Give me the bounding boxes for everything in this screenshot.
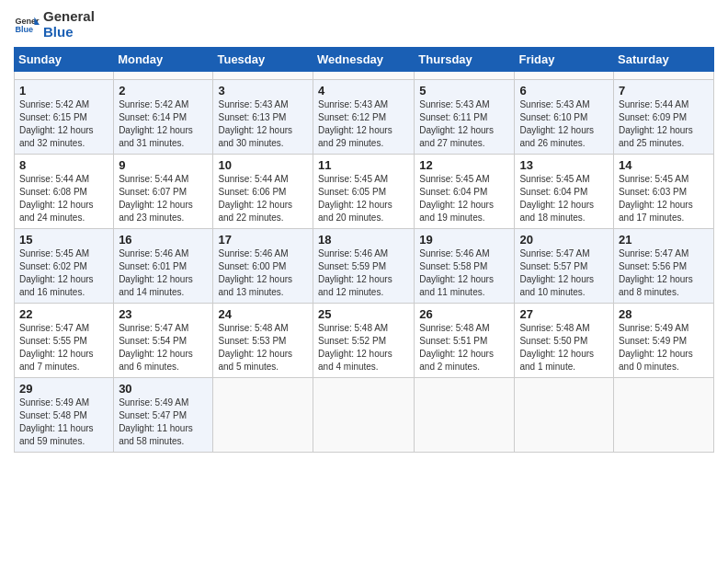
day-number: 3 bbox=[218, 84, 308, 98]
table-row: 19Sunrise: 5:46 AMSunset: 5:58 PMDayligh… bbox=[415, 229, 515, 304]
day-number: 13 bbox=[519, 158, 609, 172]
day-number: 2 bbox=[119, 84, 208, 98]
day-number: 12 bbox=[419, 158, 509, 172]
day-number: 30 bbox=[119, 382, 208, 396]
table-row: 14Sunrise: 5:45 AMSunset: 6:03 PMDayligh… bbox=[614, 155, 714, 229]
day-number: 1 bbox=[19, 84, 108, 98]
day-info: Sunrise: 5:47 AMSunset: 5:55 PMDaylight:… bbox=[19, 322, 108, 373]
table-row bbox=[614, 378, 714, 453]
day-info: Sunrise: 5:46 AMSunset: 6:00 PMDaylight:… bbox=[218, 247, 308, 299]
table-row: 12Sunrise: 5:45 AMSunset: 6:04 PMDayligh… bbox=[415, 155, 515, 229]
table-row: 20Sunrise: 5:47 AMSunset: 5:57 PMDayligh… bbox=[515, 229, 614, 304]
day-info: Sunrise: 5:45 AMSunset: 6:04 PMDaylight:… bbox=[519, 173, 609, 224]
day-number: 10 bbox=[218, 158, 308, 172]
day-info: Sunrise: 5:45 AMSunset: 6:03 PMDaylight:… bbox=[619, 173, 709, 224]
day-info: Sunrise: 5:42 AMSunset: 6:14 PMDaylight:… bbox=[119, 98, 208, 150]
calendar-row: 29Sunrise: 5:49 AMSunset: 5:48 PMDayligh… bbox=[15, 378, 714, 453]
day-info: Sunrise: 5:42 AMSunset: 6:15 PMDaylight:… bbox=[19, 98, 108, 150]
day-number: 14 bbox=[619, 158, 709, 172]
day-number: 21 bbox=[619, 233, 709, 247]
day-info: Sunrise: 5:45 AMSunset: 6:02 PMDaylight:… bbox=[19, 247, 108, 299]
table-row: 30Sunrise: 5:49 AMSunset: 5:47 PMDayligh… bbox=[114, 378, 213, 453]
logo: General Blue General Blue bbox=[14, 9, 95, 40]
table-row bbox=[415, 72, 515, 80]
logo-icon: General Blue bbox=[14, 12, 40, 38]
calendar-row bbox=[15, 72, 714, 80]
logo-line1: General bbox=[43, 9, 95, 25]
day-info: Sunrise: 5:44 AMSunset: 6:09 PMDaylight:… bbox=[619, 98, 709, 150]
table-row: 2Sunrise: 5:42 AMSunset: 6:14 PMDaylight… bbox=[114, 80, 213, 155]
table-row bbox=[114, 72, 213, 80]
table-row: 24Sunrise: 5:48 AMSunset: 5:53 PMDayligh… bbox=[213, 304, 313, 378]
day-info: Sunrise: 5:48 AMSunset: 5:52 PMDaylight:… bbox=[318, 322, 409, 373]
table-row: 5Sunrise: 5:43 AMSunset: 6:11 PMDaylight… bbox=[415, 80, 515, 155]
day-info: Sunrise: 5:49 AMSunset: 5:47 PMDaylight:… bbox=[119, 396, 208, 448]
day-info: Sunrise: 5:43 AMSunset: 6:10 PMDaylight:… bbox=[519, 98, 609, 150]
header: General Blue General Blue bbox=[14, 9, 714, 40]
day-number: 16 bbox=[119, 233, 208, 247]
table-row: 23Sunrise: 5:47 AMSunset: 5:54 PMDayligh… bbox=[114, 304, 213, 378]
day-number: 20 bbox=[519, 233, 609, 247]
day-number: 22 bbox=[19, 307, 108, 321]
day-number: 5 bbox=[419, 84, 509, 98]
day-info: Sunrise: 5:45 AMSunset: 6:04 PMDaylight:… bbox=[419, 173, 509, 224]
table-row bbox=[614, 72, 714, 80]
table-row: 21Sunrise: 5:47 AMSunset: 5:56 PMDayligh… bbox=[614, 229, 714, 304]
table-row: 6Sunrise: 5:43 AMSunset: 6:10 PMDaylight… bbox=[515, 80, 614, 155]
table-row: 10Sunrise: 5:44 AMSunset: 6:06 PMDayligh… bbox=[213, 155, 313, 229]
day-info: Sunrise: 5:46 AMSunset: 5:59 PMDaylight:… bbox=[318, 247, 409, 299]
calendar-row: 15Sunrise: 5:45 AMSunset: 6:02 PMDayligh… bbox=[15, 229, 714, 304]
day-info: Sunrise: 5:49 AMSunset: 5:48 PMDaylight:… bbox=[19, 396, 108, 448]
table-row: 1Sunrise: 5:42 AMSunset: 6:15 PMDaylight… bbox=[15, 80, 114, 155]
table-row: 3Sunrise: 5:43 AMSunset: 6:13 PMDaylight… bbox=[213, 80, 313, 155]
table-row bbox=[15, 72, 114, 80]
table-row bbox=[515, 378, 614, 453]
page: General Blue General Blue Sunday Monday … bbox=[0, 0, 728, 563]
table-row: 25Sunrise: 5:48 AMSunset: 5:52 PMDayligh… bbox=[313, 304, 415, 378]
day-number: 9 bbox=[119, 158, 208, 172]
day-number: 25 bbox=[318, 307, 409, 321]
day-number: 6 bbox=[519, 84, 609, 98]
col-friday: Friday bbox=[515, 48, 614, 72]
day-info: Sunrise: 5:43 AMSunset: 6:13 PMDaylight:… bbox=[218, 98, 308, 150]
table-row: 9Sunrise: 5:44 AMSunset: 6:07 PMDaylight… bbox=[114, 155, 213, 229]
table-row bbox=[515, 72, 614, 80]
day-number: 23 bbox=[119, 307, 208, 321]
col-wednesday: Wednesday bbox=[313, 48, 415, 72]
day-info: Sunrise: 5:45 AMSunset: 6:05 PMDaylight:… bbox=[318, 173, 409, 224]
table-row bbox=[313, 72, 415, 80]
day-info: Sunrise: 5:47 AMSunset: 5:54 PMDaylight:… bbox=[119, 322, 208, 373]
table-row: 8Sunrise: 5:44 AMSunset: 6:08 PMDaylight… bbox=[15, 155, 114, 229]
day-number: 7 bbox=[619, 84, 709, 98]
day-number: 28 bbox=[619, 307, 709, 321]
table-row: 28Sunrise: 5:49 AMSunset: 5:49 PMDayligh… bbox=[614, 304, 714, 378]
table-row: 13Sunrise: 5:45 AMSunset: 6:04 PMDayligh… bbox=[515, 155, 614, 229]
col-monday: Monday bbox=[114, 48, 213, 72]
day-number: 19 bbox=[419, 233, 509, 247]
day-info: Sunrise: 5:46 AMSunset: 6:01 PMDaylight:… bbox=[119, 247, 208, 299]
table-row: 11Sunrise: 5:45 AMSunset: 6:05 PMDayligh… bbox=[313, 155, 415, 229]
col-thursday: Thursday bbox=[415, 48, 515, 72]
day-info: Sunrise: 5:44 AMSunset: 6:07 PMDaylight:… bbox=[119, 173, 208, 224]
day-info: Sunrise: 5:44 AMSunset: 6:08 PMDaylight:… bbox=[19, 173, 108, 224]
day-info: Sunrise: 5:48 AMSunset: 5:51 PMDaylight:… bbox=[419, 322, 509, 373]
table-row: 16Sunrise: 5:46 AMSunset: 6:01 PMDayligh… bbox=[114, 229, 213, 304]
day-number: 11 bbox=[318, 158, 409, 172]
day-info: Sunrise: 5:49 AMSunset: 5:49 PMDaylight:… bbox=[619, 322, 709, 373]
calendar-row: 1Sunrise: 5:42 AMSunset: 6:15 PMDaylight… bbox=[15, 80, 714, 155]
col-sunday: Sunday bbox=[15, 48, 114, 72]
table-row: 15Sunrise: 5:45 AMSunset: 6:02 PMDayligh… bbox=[15, 229, 114, 304]
table-row: 22Sunrise: 5:47 AMSunset: 5:55 PMDayligh… bbox=[15, 304, 114, 378]
table-row: 26Sunrise: 5:48 AMSunset: 5:51 PMDayligh… bbox=[415, 304, 515, 378]
day-number: 27 bbox=[519, 307, 609, 321]
col-saturday: Saturday bbox=[614, 48, 714, 72]
col-tuesday: Tuesday bbox=[213, 48, 313, 72]
table-row bbox=[213, 378, 313, 453]
table-row: 18Sunrise: 5:46 AMSunset: 5:59 PMDayligh… bbox=[313, 229, 415, 304]
day-number: 18 bbox=[318, 233, 409, 247]
calendar-table: Sunday Monday Tuesday Wednesday Thursday… bbox=[14, 47, 714, 453]
day-number: 26 bbox=[419, 307, 509, 321]
table-row: 4Sunrise: 5:43 AMSunset: 6:12 PMDaylight… bbox=[313, 80, 415, 155]
table-row: 17Sunrise: 5:46 AMSunset: 6:00 PMDayligh… bbox=[213, 229, 313, 304]
calendar-header-row: Sunday Monday Tuesday Wednesday Thursday… bbox=[15, 48, 714, 72]
